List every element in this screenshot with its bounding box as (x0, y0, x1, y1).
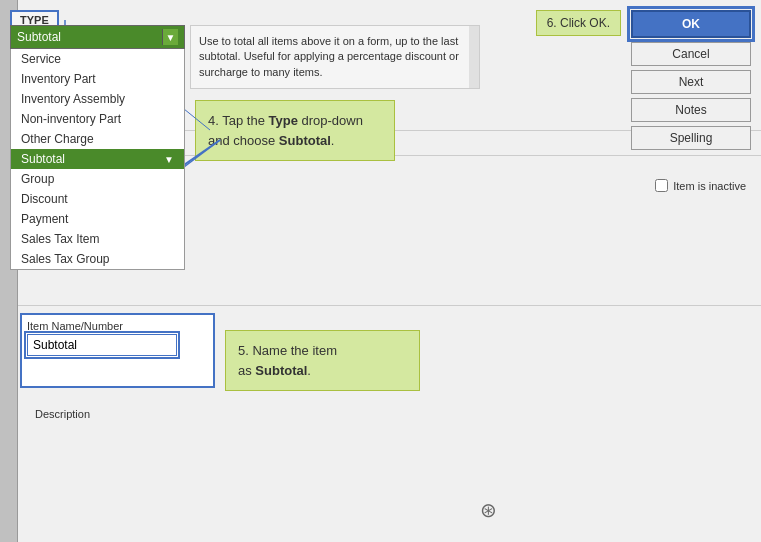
instruction-5-box: 5. Name the itemas Subtotal. (225, 330, 420, 391)
next-button[interactable]: Next (631, 70, 751, 94)
instruction-5-end: . (307, 363, 311, 378)
dropdown-item-inventory-assembly[interactable]: Inventory Assembly (11, 89, 184, 109)
field-label: Item Name/Number (27, 320, 208, 332)
type-dropdown-selected[interactable]: Subtotal ▼ (10, 25, 185, 49)
cancel-button[interactable]: Cancel (631, 42, 751, 66)
instruction-4-prefix: 4. Tap the (208, 113, 268, 128)
dropdown-item-other-charge[interactable]: Other Charge (11, 129, 184, 149)
dropdown-arrow-icon: ▼ (162, 29, 178, 45)
instruction-4-bold1: Type (268, 113, 297, 128)
dropdown-subtotal-arrow: ▼ (164, 154, 174, 165)
inactive-label: Item is inactive (673, 180, 746, 192)
dropdown-subtotal-text: Subtotal (21, 152, 65, 166)
dropdown-selected-text: Subtotal (17, 30, 61, 44)
info-text: Use to total all items above it on a for… (199, 35, 459, 78)
instruction-4-end: . (331, 133, 335, 148)
info-box: Use to total all items above it on a for… (190, 25, 480, 89)
type-dropdown-container[interactable]: Subtotal ▼ Service Inventory Part Invent… (10, 25, 185, 270)
right-panel: OK Cancel Next Notes Spelling (631, 10, 751, 150)
dropdown-item-subtotal[interactable]: Subtotal ▼ (11, 149, 184, 169)
ok-button[interactable]: OK (631, 10, 751, 38)
spelling-button[interactable]: Spelling (631, 126, 751, 150)
dropdown-item-discount[interactable]: Discount (11, 189, 184, 209)
dropdown-item-payment[interactable]: Payment (11, 209, 184, 229)
dropdown-item-non-inventory[interactable]: Non-inventory Part (11, 109, 184, 129)
inactive-checkbox[interactable] (655, 179, 668, 192)
instruction-5-bold: Subtotal (255, 363, 307, 378)
description-label: Description (35, 408, 90, 420)
field-outer-box: Item Name/Number (20, 313, 215, 388)
dropdown-item-inventory-part[interactable]: Inventory Part (11, 69, 184, 89)
inactive-checkbox-row: Item is inactive (655, 179, 746, 192)
info-scrollbar[interactable] (469, 26, 479, 88)
dropdown-list: Service Inventory Part Inventory Assembl… (10, 49, 185, 270)
instruction-4-bold2: Subtotal (279, 133, 331, 148)
item-name-input[interactable] (27, 334, 177, 356)
notes-button[interactable]: Notes (631, 98, 751, 122)
sync-icon: ⊛ (480, 498, 497, 522)
dropdown-item-sales-tax-group[interactable]: Sales Tax Group (11, 249, 184, 269)
dropdown-item-sales-tax-item[interactable]: Sales Tax Item (11, 229, 184, 249)
main-dialog: TYPE Subtotal ▼ Service Inventory Part I… (0, 0, 761, 542)
instruction-4-box: 4. Tap the Type drop-downand choose Subt… (195, 100, 395, 161)
divider-3 (18, 305, 761, 306)
dropdown-item-service[interactable]: Service (11, 49, 184, 69)
step6-box: 6. Click OK. (536, 10, 621, 36)
dropdown-item-group[interactable]: Group (11, 169, 184, 189)
